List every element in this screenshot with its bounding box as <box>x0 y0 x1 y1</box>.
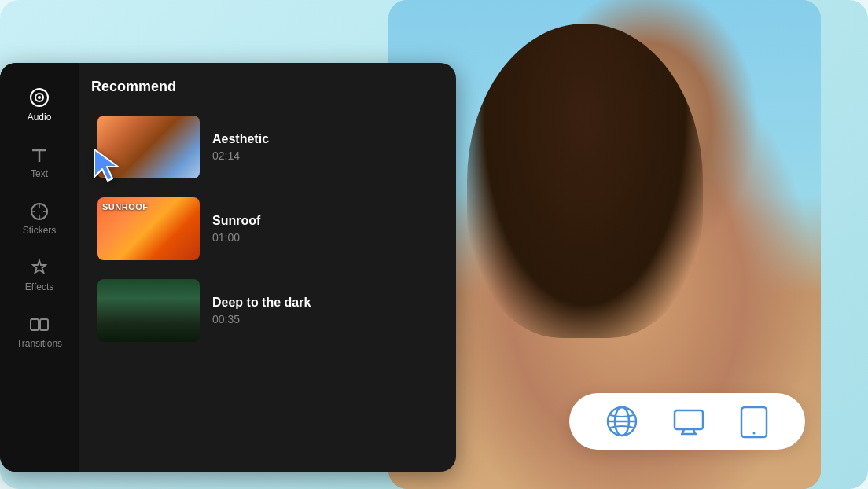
track-info-1: Aesthetic 02:14 <box>212 132 437 162</box>
sidebar-item-stickers[interactable]: Stickers <box>8 193 71 244</box>
track-duration-2: 01:00 <box>212 231 437 244</box>
sidebar-item-effects[interactable]: Effects <box>8 250 71 300</box>
svg-rect-20 <box>40 319 48 330</box>
editor-panel: Audio Text Stic <box>0 63 456 472</box>
sidebar: Audio Text Stic <box>0 63 79 472</box>
tablet-icon[interactable] <box>738 404 770 439</box>
desktop-icon[interactable] <box>671 404 706 439</box>
svg-point-11 <box>38 96 41 99</box>
track-name-2: Sunroof <box>212 214 437 228</box>
audio-icon <box>28 86 50 108</box>
track-info-3: Deep to the dark 00:35 <box>212 296 437 325</box>
track-name-3: Deep to the dark <box>212 296 437 310</box>
svg-rect-3 <box>675 410 703 429</box>
music-list: Aesthetic 02:14 SUNROOF Sunroof 01:00 De… <box>91 108 443 350</box>
svg-point-8 <box>753 432 756 435</box>
stickers-label: Stickers <box>23 225 57 236</box>
device-bar <box>569 393 805 450</box>
effects-label: Effects <box>25 281 53 292</box>
web-icon[interactable] <box>605 404 639 439</box>
text-label: Text <box>31 168 48 179</box>
sidebar-item-audio[interactable]: Audio <box>8 79 71 131</box>
track-name-1: Aesthetic <box>212 132 437 146</box>
music-panel: Recommend Aesthetic 02:14 SUNROOF Sunroo… <box>79 63 456 472</box>
audio-label: Audio <box>28 112 52 123</box>
sidebar-item-text[interactable]: Text <box>8 137 71 187</box>
music-item-2[interactable]: SUNROOF Sunroof 01:00 <box>91 189 443 268</box>
sidebar-item-transitions[interactable]: Transitions <box>8 307 71 357</box>
transitions-icon <box>29 314 50 335</box>
text-icon <box>29 145 50 165</box>
stickers-icon <box>29 201 50 222</box>
effects-icon <box>29 258 50 278</box>
track-info-2: Sunroof 01:00 <box>212 214 437 244</box>
track-thumbnail-3 <box>97 279 200 342</box>
thumb-label-sunroof: SUNROOF <box>102 202 149 211</box>
transitions-label: Transitions <box>17 338 62 349</box>
woman-hair-decoration <box>467 24 703 338</box>
track-duration-3: 00:35 <box>212 313 437 325</box>
section-title: Recommend <box>91 79 443 95</box>
music-item-3[interactable]: Deep to the dark 00:35 <box>91 271 443 350</box>
track-thumbnail-2: SUNROOF <box>97 197 200 260</box>
music-item-1[interactable]: Aesthetic 02:14 <box>91 108 443 186</box>
track-duration-1: 02:14 <box>212 149 437 162</box>
svg-rect-19 <box>31 319 39 330</box>
